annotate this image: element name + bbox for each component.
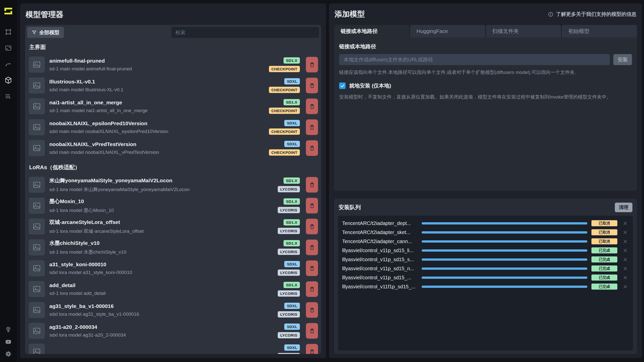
delete-model-button[interactable] <box>306 198 318 213</box>
queue-progress-bar <box>422 249 587 252</box>
add-model-tab[interactable]: HuggingFace <box>410 25 485 37</box>
queue-close-icon[interactable] <box>621 221 629 225</box>
models-tab-icon[interactable] <box>5 76 12 84</box>
add-model-tab[interactable]: 扫描文件夹 <box>486 25 561 37</box>
invoke-logo-icon[interactable] <box>3 6 14 17</box>
queue-item-name: lllyasviel/control_v11p_sd15_s... <box>342 257 418 262</box>
queue-row: lllyasviel/control_v11p_sd15_n... 已完成 <box>342 264 629 273</box>
model-row[interactable]: animefull-final-pruned sd-1 main model a… <box>27 55 319 75</box>
add-model-tab[interactable]: 链接或本地路径 <box>334 25 409 37</box>
queue-row: lllyasviel/control_v11p_sd15_s... 已完成 <box>342 255 629 264</box>
delete-model-button[interactable] <box>306 323 318 339</box>
workflows-tab-icon[interactable] <box>5 60 12 68</box>
queue-progress-bar <box>422 222 587 224</box>
model-row[interactable]: nai1-artist_all_in_one_merge sd-1 main m… <box>27 96 319 116</box>
queue-row: TencentARC/t2iadapter_dept... 已取消 <box>342 219 629 228</box>
queue-close-icon[interactable] <box>621 231 629 234</box>
model-row[interactable]: 水墨chichiStyle_v10 sd-1 lora model 水墨chic… <box>27 237 319 257</box>
delete-model-button[interactable] <box>306 281 318 297</box>
delete-model-button[interactable] <box>306 302 318 318</box>
model-thumbnail <box>29 57 45 73</box>
model-format-badge: LYCORIS <box>278 290 300 297</box>
viewer-tab-icon[interactable] <box>5 44 12 52</box>
delete-model-button[interactable] <box>306 119 318 135</box>
delete-model-button[interactable] <box>306 140 318 156</box>
model-thumbnail <box>29 281 45 297</box>
video-tutorials-icon[interactable] <box>5 338 12 345</box>
queue-close-icon[interactable] <box>621 276 629 280</box>
model-name: ag31-a20_2-000034 <box>49 324 273 330</box>
queue-status-badge: 已取消 <box>591 229 617 235</box>
queue-close-icon[interactable] <box>621 267 629 270</box>
model-row[interactable]: ag31-a20_2-000034 sdxl lora model ag31-a… <box>27 321 319 341</box>
model-description: sd-1 main model animefull-final-pruned <box>49 66 264 72</box>
model-name: Illustrious-XL-v0.1 <box>49 79 264 85</box>
model-thumbnail <box>29 218 45 235</box>
queue-progress-bar <box>422 231 587 234</box>
delete-model-button[interactable] <box>306 177 318 193</box>
model-filter-button[interactable]: 全部模型 <box>27 27 64 38</box>
app-root: 模型管理器 全部模型 主界面 <box>0 0 644 362</box>
install-button[interactable]: 安装 <box>613 54 632 65</box>
model-row[interactable]: 双城-arcaneStyleLora_offset sd-1 lora mode… <box>27 216 319 237</box>
model-row[interactable]: a31_style_koni-000010 sdxl lora model a3… <box>27 258 319 278</box>
delete-model-button[interactable] <box>306 260 318 276</box>
inplace-install-checkbox[interactable] <box>339 82 346 89</box>
model-description: sdxl lora model ag31_style_ba_v1-000016 <box>49 311 273 317</box>
delete-model-button[interactable] <box>306 57 318 72</box>
model-thumbnail <box>29 177 45 193</box>
model-search-input[interactable] <box>171 27 319 38</box>
queue-close-icon[interactable] <box>621 240 629 243</box>
add-model-tab[interactable]: 初始模型 <box>562 25 637 37</box>
model-row[interactable]: ag31_style_ba_v1-000016 sdxl lora model … <box>27 300 319 320</box>
queue-close-icon[interactable] <box>621 285 629 289</box>
queue-tab-icon[interactable] <box>5 93 12 100</box>
queue-close-icon[interactable] <box>621 249 629 252</box>
model-row[interactable]: Illustrious-XL-v0.1 sdxl main model Illu… <box>27 75 319 96</box>
queue-close-icon[interactable] <box>621 258 629 261</box>
inplace-install-label: 就地安装 (仅本地) <box>349 82 391 89</box>
delete-model-button[interactable] <box>306 240 318 255</box>
model-format-badge: LYCORIS <box>278 228 300 234</box>
model-base-badge: SD1.X <box>284 177 300 184</box>
queue-row: TencentARC/t2iadapter_cann... 已取消 <box>342 237 629 246</box>
queue-status-badge: 已完成 <box>591 265 617 272</box>
model-description: sd-1 lora model 水墨chichiStyle_v10 <box>49 249 273 255</box>
model-base-badge: SDXL <box>284 261 300 267</box>
delete-model-button[interactable] <box>306 99 318 114</box>
notifications-icon[interactable] <box>5 326 12 333</box>
model-name: animefull-final-pruned <box>49 58 264 64</box>
model-filter-label: 全部模型 <box>39 29 59 36</box>
queue-item-name: lllyasviel/control_v11f1p_sd15_... <box>342 284 418 290</box>
model-name: 水墨chichiStyle_v10 <box>49 240 273 247</box>
model-name: a31_style_koni-000010 <box>49 261 273 267</box>
model-thumbnail <box>29 302 45 318</box>
model-format-badge: CHECKPOINT <box>269 108 300 114</box>
delete-model-button[interactable] <box>306 344 318 354</box>
model-row[interactable]: 米山舞yoneyamaMaiStyle_yoneyamaMaiV2Locon s… <box>27 175 319 195</box>
model-base-badge: SD1.X <box>284 282 300 288</box>
model-row[interactable]: add_detail sd-1 lora model add_detail SD… <box>27 279 319 299</box>
model-url-input[interactable] <box>339 54 610 65</box>
learn-more-label: 了解更多关于我们支持的模型的信息 <box>556 11 636 18</box>
model-row[interactable]: noobaiXLNAIXL_vPredTestVersion sdxl main… <box>27 138 319 158</box>
learn-more-link[interactable]: 了解更多关于我们支持的模型的信息 <box>548 11 636 18</box>
model-name: ag31_style_ba_v1-000016 <box>49 303 273 309</box>
delete-model-button[interactable] <box>306 219 318 234</box>
delete-model-button[interactable] <box>306 78 318 93</box>
model-row[interactable]: SDXL LYCORIS <box>27 342 319 354</box>
queue-item-name: lllyasviel/control_v11p_sd15_li... <box>342 248 418 253</box>
model-format-badge: LYCORIS <box>278 186 300 192</box>
settings-icon[interactable] <box>5 350 12 357</box>
canvas-tab-icon[interactable] <box>5 28 12 36</box>
model-base-badge: SDXL <box>284 120 300 126</box>
page-title: 模型管理器 <box>26 10 321 20</box>
model-row[interactable]: 墨心Moxin_10 sd-1 lora model 墨心Moxin_10 SD… <box>27 196 319 216</box>
model-thumbnail <box>29 198 45 214</box>
model-row[interactable]: noobaiXLNAIXL_epsilonPred10Version sdxl … <box>27 117 319 137</box>
model-description: sdxl main model noobaiXLNAIXL_epsilonPre… <box>49 129 264 134</box>
model-base-badge: SDXL <box>284 324 300 330</box>
model-base-badge: SDXL <box>284 78 300 84</box>
model-name: noobaiXLNAIXL_epsilonPred10Version <box>49 120 264 126</box>
clear-queue-button[interactable]: 清理 <box>615 203 632 212</box>
